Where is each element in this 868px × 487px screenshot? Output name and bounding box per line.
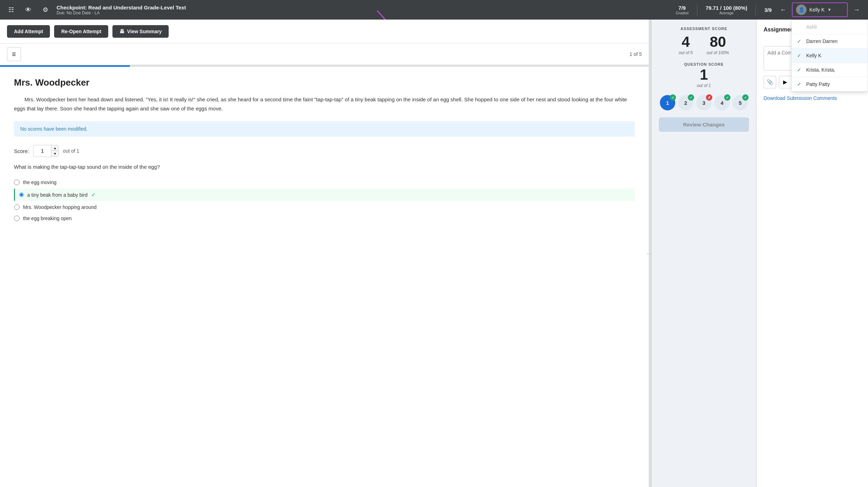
average-stat: 79.71 / 100 (80%) Average xyxy=(706,5,747,15)
dropdown-item-kelly[interactable]: ✓ Kelly K xyxy=(792,49,868,63)
bubble-4-badge: ✓ xyxy=(724,94,730,101)
next-student-button[interactable]: → xyxy=(851,5,862,15)
settings-icon[interactable]: ⚙ xyxy=(40,5,51,15)
score-pct-block: 80 out of 100% xyxy=(707,34,729,55)
nav-value: 3/9 xyxy=(764,7,772,13)
attach-file-button[interactable]: 📎 xyxy=(764,76,776,88)
question-score-num: 1 xyxy=(659,66,749,83)
dropdown-item-darren[interactable]: ✓ Darren Darren xyxy=(792,34,868,49)
score-pair: 4 out of 5 80 out of 100% xyxy=(659,34,749,55)
panel-divider[interactable]: ⋮ xyxy=(649,20,652,487)
left-panel: Add Attempt Re-Open Attempt 🖶 View Summa… xyxy=(0,20,649,487)
dropdown-item-label: Ashli xyxy=(806,24,817,30)
check-icon: ✓ xyxy=(797,53,803,58)
question-score-den: out of 1 xyxy=(659,83,749,88)
score-row: Score: 1 ▲ ▼ out of 1 xyxy=(14,145,635,157)
average-value: 79.71 / 100 (80%) xyxy=(706,5,747,11)
score-input-wrapper: 1 ▲ ▼ xyxy=(33,145,59,157)
info-message: No scores have been modified. xyxy=(20,126,88,132)
score-spinners: ▲ ▼ xyxy=(51,145,58,157)
dropdown-item-label: Krista, Krista, xyxy=(806,67,835,73)
bubble-5-badge: ✓ xyxy=(742,94,749,101)
bubble-4[interactable]: 4 ✓ xyxy=(714,95,730,110)
bubble-5[interactable]: 5 ✓ xyxy=(733,95,748,110)
score-down-button[interactable]: ▼ xyxy=(51,151,58,157)
page-indicator: 1 of 5 xyxy=(630,51,642,57)
answer-option-3: Mrs. Woodpecker hopping around xyxy=(14,202,635,213)
assessment-score-label: ASSESSMENT SCORE xyxy=(659,27,749,31)
bubble-2-badge: ✓ xyxy=(688,94,694,101)
answer-option-4: the egg breaking open xyxy=(14,213,635,224)
bubble-1-badge: ✓ xyxy=(670,94,676,101)
content-header: ☰ 1 of 5 xyxy=(0,44,649,65)
stat-divider-2 xyxy=(756,4,756,15)
middle-panel: ASSESSMENT SCORE 4 out of 5 80 out of 10… xyxy=(652,20,756,487)
answer-label-1: the egg moving xyxy=(23,180,57,185)
top-header: ☷ 👁 ⚙ Checkpoint: Read and Understand Gr… xyxy=(0,0,868,20)
stat-divider-1 xyxy=(697,4,697,15)
assessment-score-pct-den: out of 100% xyxy=(707,50,729,55)
header-nav: ← 👤 Kelly K ▼ → xyxy=(777,2,862,17)
dropdown-item-krista[interactable]: ✓ Krista, Krista, xyxy=(792,63,868,77)
header-title-block: Checkpoint: Read and Understand Grade-Le… xyxy=(57,5,670,15)
question-text: What is making the tap-tap-tap sound on … xyxy=(14,164,635,170)
answer-radio-2[interactable] xyxy=(19,192,24,197)
assignment-title: Checkpoint: Read and Understand Grade-Le… xyxy=(57,5,670,10)
check-icon: ✓ xyxy=(797,81,803,87)
assessment-score-den: out of 5 xyxy=(679,50,693,55)
student-name: Kelly K xyxy=(809,7,825,13)
bubble-1[interactable]: 1 ✓ xyxy=(660,95,675,110)
video-button[interactable]: ▶ xyxy=(779,76,792,88)
graded-value: 7/9 xyxy=(676,5,689,11)
dropdown-item-patty[interactable]: ✓ Patty Patty xyxy=(792,77,868,91)
dropdown-item-label: Patty Patty xyxy=(806,81,830,87)
student-selector[interactable]: 👤 Kelly K ▼ xyxy=(792,2,848,17)
prev-student-button[interactable]: ← xyxy=(777,5,789,15)
dropdown-item-label: Kelly K xyxy=(806,53,822,58)
grade-book-icon[interactable]: ☷ xyxy=(6,5,17,15)
score-num-block: 4 out of 5 xyxy=(679,34,693,55)
score-up-button[interactable]: ▲ xyxy=(51,145,58,151)
hamburger-menu-button[interactable]: ☰ xyxy=(7,47,21,61)
question-score-label: QUESTION SCORE xyxy=(659,62,749,66)
average-label: Average xyxy=(706,11,747,15)
student-dropdown: Ashli ✓ Darren Darren ✓ Kelly K ✓ Krista… xyxy=(791,20,868,92)
assignment-subtitle: Due: No Due Date - LA xyxy=(57,10,670,15)
eye-icon[interactable]: 👁 xyxy=(22,5,34,15)
question-score-section: QUESTION SCORE 1 out of 1 xyxy=(659,62,749,88)
main-layout: Add Attempt Re-Open Attempt 🖶 View Summa… xyxy=(0,20,868,487)
score-max-label: out of 1 xyxy=(63,148,79,154)
answer-option-1: the egg moving xyxy=(14,177,635,188)
reading-text: Mrs. Woodpecker bent her head down and l… xyxy=(14,95,635,113)
check-icon: ✓ xyxy=(797,67,803,73)
header-icons: ☷ 👁 ⚙ xyxy=(6,5,51,15)
toolbar: Add Attempt Re-Open Attempt 🖶 View Summa… xyxy=(0,20,649,44)
review-changes-button[interactable]: Review Changes xyxy=(659,117,749,132)
bubble-2[interactable]: 2 ✓ xyxy=(678,95,693,110)
print-icon: 🖶 xyxy=(119,29,124,34)
reopen-attempt-button[interactable]: Re-Open Attempt xyxy=(54,25,108,38)
assessment-score-section: ASSESSMENT SCORE 4 out of 5 80 out of 10… xyxy=(659,27,749,55)
dropdown-item-ashli[interactable]: Ashli xyxy=(792,20,868,34)
check-icon: ✓ xyxy=(797,38,803,44)
bubble-3[interactable]: 3 ✗ xyxy=(696,95,712,110)
download-submission-comments-link[interactable]: Download Submission Comments xyxy=(764,95,861,101)
add-attempt-button[interactable]: Add Attempt xyxy=(7,25,50,38)
answer-radio-1[interactable] xyxy=(14,180,20,185)
view-summary-button[interactable]: 🖶 View Summary xyxy=(112,25,169,38)
graded-label: Graded xyxy=(676,11,689,15)
answer-radio-3[interactable] xyxy=(14,204,20,210)
assessment-score-pct: 80 xyxy=(707,34,729,50)
chevron-down-icon: ▼ xyxy=(827,7,832,12)
answer-label-2: a tiny beak from a baby bird xyxy=(27,192,88,198)
answer-label-4: the egg breaking open xyxy=(23,216,72,221)
header-stats: 7/9 Graded 79.71 / 100 (80%) Average 3/9 xyxy=(676,4,772,15)
score-input[interactable]: 1 xyxy=(34,146,51,156)
answer-radio-4[interactable] xyxy=(14,216,20,221)
reading-content: Mrs. Woodpecker Mrs. Woodpecker bent her… xyxy=(0,67,649,234)
menu-icon: ☰ xyxy=(12,52,16,57)
nav-stat: 3/9 xyxy=(764,7,772,13)
avatar: 👤 xyxy=(796,5,807,15)
reading-title: Mrs. Woodpecker xyxy=(14,77,635,88)
assessment-score-num: 4 xyxy=(679,34,693,50)
